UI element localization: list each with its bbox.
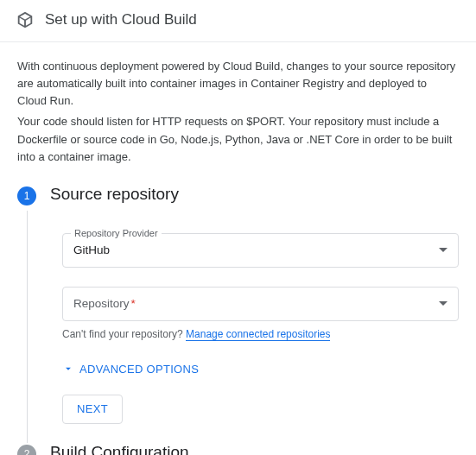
- provider-value: GitHub: [73, 243, 110, 256]
- step-build-configuration: 2 Build Configuration: [17, 443, 459, 455]
- step-badge-1: 1: [17, 186, 36, 205]
- panel-content: With continuous deployment powered by Cl…: [0, 42, 476, 455]
- step-title-source-repository: Source repository: [50, 185, 459, 204]
- step-badge-2: 2: [17, 445, 36, 455]
- chevron-down-icon: [62, 363, 74, 375]
- repository-field: Repository* Can't find your repository? …: [62, 287, 459, 340]
- repository-placeholder: Repository*: [73, 297, 136, 310]
- advanced-options-toggle[interactable]: ADVANCED OPTIONS: [62, 363, 459, 376]
- step-body-1: Repository Provider GitHub Repository* C…: [27, 211, 459, 443]
- manage-repositories-link[interactable]: Manage connected repositories: [186, 328, 330, 341]
- panel-title: Set up with Cloud Build: [45, 11, 197, 28]
- step-title-build-configuration: Build Configuration: [50, 443, 459, 455]
- provider-label: Repository Provider: [71, 228, 162, 238]
- cloud-build-icon: [16, 10, 35, 29]
- advanced-options-label: ADVANCED OPTIONS: [79, 363, 199, 376]
- caret-down-icon: [439, 248, 447, 252]
- provider-select[interactable]: GitHub: [62, 233, 459, 268]
- caret-down-icon: [439, 301, 447, 306]
- step-source-repository: 1 Source repository Repository Provider …: [17, 185, 459, 443]
- stepper: 1 Source repository Repository Provider …: [17, 185, 459, 455]
- repository-helper: Can't find your repository? Manage conne…: [62, 328, 459, 340]
- intro-paragraph-2: Your code should listen for HTTP request…: [17, 113, 459, 165]
- repository-select[interactable]: Repository*: [62, 287, 459, 321]
- panel-header: Set up with Cloud Build: [0, 0, 476, 42]
- intro-paragraph-1: With continuous deployment powered by Cl…: [17, 58, 459, 110]
- provider-field: Repository Provider GitHub: [62, 218, 459, 268]
- next-button[interactable]: NEXT: [62, 395, 123, 424]
